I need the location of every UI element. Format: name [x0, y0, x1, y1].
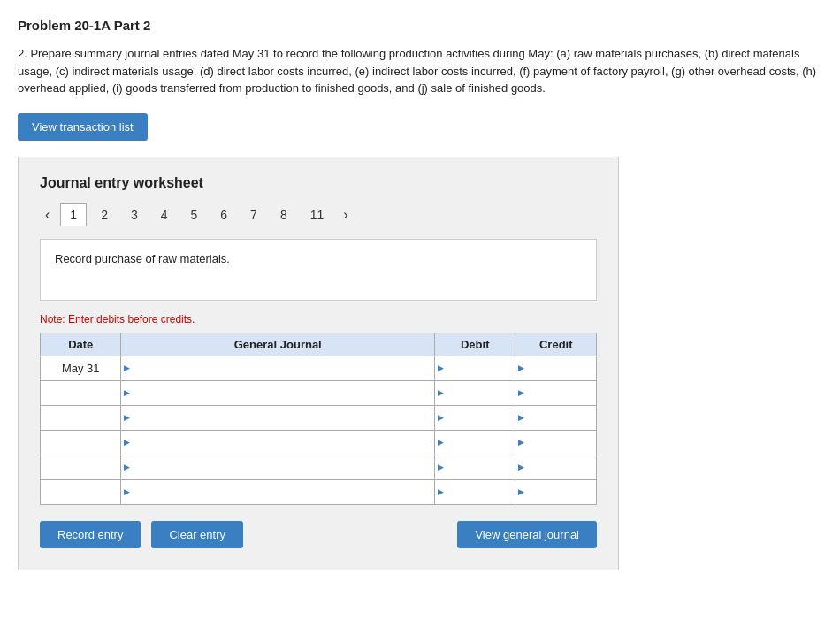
journal-table: Date General Journal Debit Credit May 31: [40, 333, 597, 505]
cell-credit-6[interactable]: [515, 479, 597, 504]
problem-title: Problem 20-1A Part 2: [18, 18, 822, 33]
input-credit-3[interactable]: [515, 406, 596, 430]
cell-journal-2[interactable]: [121, 380, 435, 405]
cell-date-6: [41, 479, 121, 504]
cell-date-2: [41, 380, 121, 405]
cell-credit-1[interactable]: [515, 356, 597, 380]
tab-11[interactable]: 11: [302, 204, 333, 226]
note-text: Note: Enter debits before credits.: [40, 313, 597, 325]
journal-worksheet-title: Journal entry worksheet: [40, 175, 597, 191]
input-credit-5[interactable]: [515, 455, 596, 479]
cell-journal-3[interactable]: [121, 405, 435, 430]
tab-1[interactable]: 1: [60, 203, 87, 226]
col-header-debit: Debit: [435, 333, 515, 356]
input-journal-3[interactable]: [121, 406, 434, 430]
instruction-text: Record purchase of raw materials.: [55, 252, 230, 265]
input-journal-6[interactable]: [121, 480, 434, 504]
table-row: [41, 430, 597, 455]
table-row: [41, 405, 597, 430]
tab-4[interactable]: 4: [152, 204, 177, 226]
cell-debit-4[interactable]: [435, 430, 515, 455]
input-debit-5[interactable]: [435, 455, 515, 479]
cell-debit-6[interactable]: [435, 479, 515, 504]
tab-next-arrow[interactable]: ›: [338, 205, 353, 225]
cell-date-5: [41, 455, 121, 479]
table-row: [41, 380, 597, 405]
cell-journal-5[interactable]: [121, 455, 435, 479]
view-transaction-list-button[interactable]: View transaction list: [18, 113, 148, 141]
input-journal-4[interactable]: [121, 431, 434, 455]
input-debit-3[interactable]: [435, 406, 515, 430]
table-row: [41, 479, 597, 504]
tab-7[interactable]: 7: [241, 204, 266, 226]
cell-debit-1[interactable]: [435, 356, 515, 380]
input-journal-2[interactable]: [121, 381, 434, 405]
input-credit-4[interactable]: [515, 431, 596, 455]
input-credit-1[interactable]: [515, 356, 596, 380]
table-row: May 31: [41, 356, 597, 380]
cell-credit-4[interactable]: [515, 430, 597, 455]
input-credit-6[interactable]: [515, 480, 596, 504]
cell-credit-5[interactable]: [515, 455, 597, 479]
clear-entry-button[interactable]: Clear entry: [151, 521, 243, 548]
input-debit-4[interactable]: [435, 431, 515, 455]
input-journal-1[interactable]: [121, 356, 434, 380]
button-row: Record entry Clear entry View general jo…: [40, 521, 597, 548]
col-header-general-journal: General Journal: [121, 333, 435, 356]
cell-journal-6[interactable]: [121, 479, 435, 504]
cell-date-3: [41, 405, 121, 430]
tab-3[interactable]: 3: [122, 204, 147, 226]
cell-date-4: [41, 430, 121, 455]
journal-worksheet-container: Journal entry worksheet ‹ 1 2 3 4 5 6 7 …: [18, 157, 619, 570]
tab-2[interactable]: 2: [92, 204, 117, 226]
instruction-box: Record purchase of raw materials.: [40, 239, 597, 301]
cell-debit-5[interactable]: [435, 455, 515, 479]
col-header-credit: Credit: [515, 333, 597, 356]
input-credit-2[interactable]: [515, 381, 596, 405]
tab-navigation: ‹ 1 2 3 4 5 6 7 8 11 ›: [40, 203, 597, 226]
table-row: [41, 455, 597, 479]
cell-credit-3[interactable]: [515, 405, 597, 430]
tab-6[interactable]: 6: [211, 204, 236, 226]
input-debit-1[interactable]: [435, 356, 515, 380]
input-debit-2[interactable]: [435, 381, 515, 405]
cell-date-1: May 31: [41, 356, 121, 380]
input-debit-6[interactable]: [435, 480, 515, 504]
cell-debit-2[interactable]: [435, 380, 515, 405]
col-header-date: Date: [41, 333, 121, 356]
cell-journal-1[interactable]: [121, 356, 435, 380]
cell-journal-4[interactable]: [121, 430, 435, 455]
record-entry-button[interactable]: Record entry: [40, 521, 141, 548]
tab-5[interactable]: 5: [182, 204, 207, 226]
problem-description: 2. Prepare summary journal entries dated…: [18, 45, 822, 97]
tab-8[interactable]: 8: [271, 204, 296, 226]
input-journal-5[interactable]: [121, 455, 434, 479]
view-general-journal-button[interactable]: View general journal: [457, 521, 597, 548]
cell-debit-3[interactable]: [435, 405, 515, 430]
tab-prev-arrow[interactable]: ‹: [40, 205, 55, 225]
cell-credit-2[interactable]: [515, 380, 597, 405]
